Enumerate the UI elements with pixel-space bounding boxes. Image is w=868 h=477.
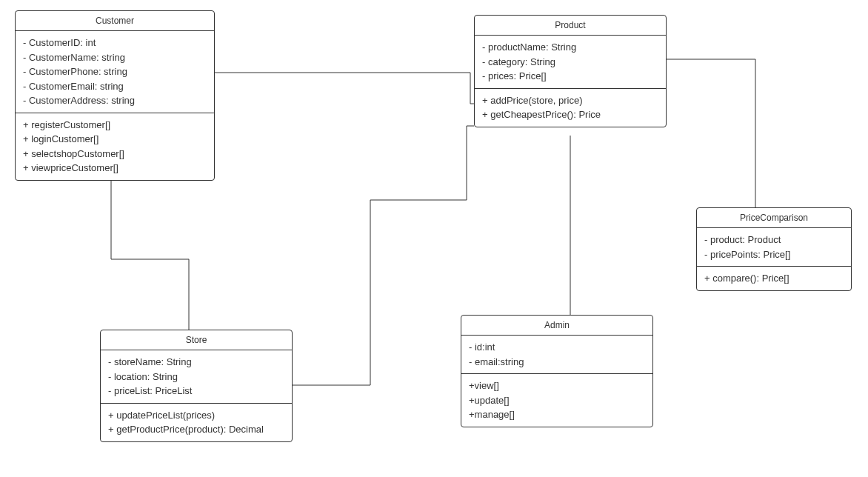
class-pricecomparison: PriceComparison - product: Product - pri… [696, 207, 852, 291]
attribute-row: - priceList: PriceList [108, 384, 284, 398]
method-row: + updatePriceList(prices) [108, 408, 284, 423]
class-admin-attributes: - id:int - email:string [461, 336, 652, 374]
attribute-row: - CustomerPhone: string [23, 64, 207, 79]
class-product-methods: + addPrice(store, price) + getCheapestPr… [475, 89, 666, 127]
attribute-row: - location: String [108, 370, 284, 384]
attribute-row: - CustomerID: int [23, 36, 207, 50]
class-customer-title: Customer [16, 11, 214, 31]
method-row: + registerCustomer[] [23, 118, 207, 133]
attribute-row: - CustomerEmail: string [23, 79, 207, 94]
class-product-attributes: - productName: String - category: String… [475, 36, 666, 89]
attribute-row: - email:string [469, 355, 645, 370]
attribute-row: - category: String [482, 55, 658, 70]
method-row: + selectshopCustomer[] [23, 147, 207, 161]
method-row: + loginCustomer[] [23, 132, 207, 147]
class-pricecomparison-title: PriceComparison [697, 208, 851, 228]
attribute-row: - id:int [469, 340, 645, 355]
class-pricecomparison-attributes: - product: Product - pricePoints: Price[… [697, 228, 851, 267]
class-customer-attributes: - CustomerID: int - CustomerName: string… [16, 31, 214, 113]
class-product-title: Product [475, 16, 666, 36]
attribute-row: - productName: String [482, 40, 658, 55]
method-row: + compare(): Price[] [704, 271, 844, 286]
attribute-row: - prices: Price[] [482, 69, 658, 84]
class-pricecomparison-methods: + compare(): Price[] [697, 267, 851, 290]
class-store-title: Store [101, 330, 292, 350]
class-store: Store - storeName: String - location: St… [100, 330, 293, 442]
class-store-attributes: - storeName: String - location: String -… [101, 350, 292, 404]
class-admin: Admin - id:int - email:string +view[] +u… [461, 315, 653, 427]
method-row: +view[] [469, 378, 645, 393]
class-admin-title: Admin [461, 316, 652, 336]
attribute-row: - pricePoints: Price[] [704, 247, 844, 262]
class-customer: Customer - CustomerID: int - CustomerNam… [15, 10, 215, 181]
attribute-row: - CustomerAddress: string [23, 93, 207, 108]
attribute-row: - CustomerName: string [23, 50, 207, 65]
method-row: + getCheapestPrice(): Price [482, 107, 658, 122]
class-store-methods: + updatePriceList(prices) + getProductPr… [101, 404, 292, 441]
method-row: +manage[] [469, 407, 645, 422]
method-row: + addPrice(store, price) [482, 93, 658, 108]
method-row: + getProductPrice(product): Decimal [108, 422, 284, 437]
class-admin-methods: +view[] +update[] +manage[] [461, 374, 652, 427]
class-product: Product - productName: String - category… [474, 15, 667, 127]
attribute-row: - product: Product [704, 233, 844, 247]
class-customer-methods: + registerCustomer[] + loginCustomer[] +… [16, 113, 214, 180]
method-row: + viewpriceCustomer[] [23, 161, 207, 176]
attribute-row: - storeName: String [108, 355, 284, 370]
method-row: +update[] [469, 393, 645, 408]
